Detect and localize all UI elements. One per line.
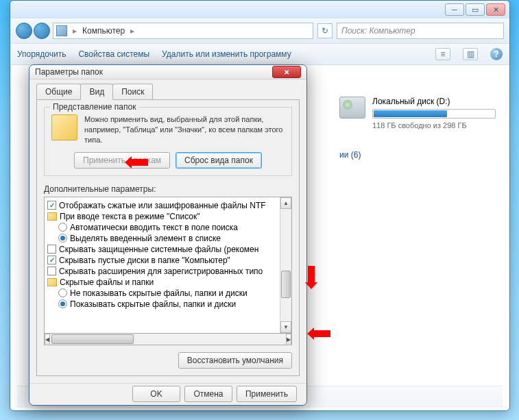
apply-to-folders-button[interactable]: Применить к папкам [74, 152, 170, 169]
hard-drive-icon [339, 97, 365, 119]
group-description: Можно применить вид, выбранный для этой … [84, 114, 285, 145]
refresh-button[interactable]: ↻ [317, 23, 333, 38]
dialog-titlebar: Параметры папок ✕ [29, 65, 306, 79]
tree-label: При вводе текста в режиме "Список" [60, 212, 200, 221]
radio-icon[interactable] [58, 299, 67, 308]
minimize-button[interactable]: ─ [445, 3, 464, 16]
tree-label: Не показывать скрытые файлы, папки и дис… [70, 288, 248, 298]
breadcrumb-item[interactable]: Компьютер [82, 26, 125, 36]
checkbox-icon[interactable] [47, 267, 56, 275]
scroll-down-button[interactable]: ▼ [280, 321, 291, 333]
properties-menu[interactable]: Свойства системы [78, 49, 149, 59]
drive-usage-bar [372, 109, 496, 119]
folder-icon [47, 212, 57, 221]
tree-label: Выделять введенный элемент в списке [70, 234, 221, 243]
checkbox-icon[interactable] [47, 256, 56, 264]
tree-label: Скрывать пустые диски в папке "Компьютер… [59, 256, 230, 265]
scroll-right-button[interactable]: ▶ [286, 334, 291, 345]
vertical-scrollbar[interactable]: ▲ ▼ [280, 197, 291, 333]
maximize-button[interactable]: ▭ [466, 3, 485, 16]
computer-icon [56, 25, 67, 36]
advanced-settings-label: Дополнительные параметры: [44, 184, 292, 194]
tab-panel-view: Представление папок Можно применить вид,… [36, 99, 300, 376]
ok-button[interactable]: OK [132, 386, 180, 402]
folder-options-dialog: Параметры папок ✕ Общие Вид Поиск Предст… [29, 64, 307, 406]
dialog-footer: OK Отмена Применить [29, 383, 306, 405]
folder-icon [51, 114, 77, 140]
reset-folders-button[interactable]: Сброс вида папок [176, 152, 262, 169]
dialog-close-button[interactable]: ✕ [272, 66, 301, 78]
tab-general[interactable]: Общие [36, 84, 81, 99]
back-button[interactable] [16, 23, 32, 39]
search-placeholder: Поиск: Компьютер [341, 26, 415, 36]
scroll-left-button[interactable]: ◀ [45, 334, 50, 345]
tab-view[interactable]: Вид [80, 84, 113, 100]
drive-free-space: 118 ГБ свободно из 298 ГБ [372, 121, 496, 129]
scroll-thumb[interactable] [51, 334, 134, 344]
radio-icon[interactable] [58, 288, 67, 297]
advanced-settings-tree[interactable]: Отображать сжатые или зашифрованные файл… [44, 197, 292, 334]
tab-strip: Общие Вид Поиск [29, 79, 306, 99]
radio-icon[interactable] [58, 234, 67, 243]
restore-defaults-button[interactable]: Восстановить умолчания [178, 352, 292, 369]
nav-bar: ▸ Компьютер ▸ ↻ Поиск: Компьютер [10, 18, 509, 43]
checkbox-icon[interactable] [47, 245, 56, 254]
organize-menu[interactable]: Упорядочить [17, 49, 66, 59]
preview-pane-button[interactable]: ▥ [463, 48, 478, 60]
tree-label: Скрывать защищенные системные файлы (рек… [59, 245, 258, 254]
tree-label: Скрытые файлы и папки [60, 277, 154, 287]
horizontal-scrollbar[interactable]: ◀ ▶ [44, 334, 292, 345]
radio-icon[interactable] [58, 223, 67, 232]
view-options-button[interactable]: ≡ [435, 48, 450, 60]
tab-search[interactable]: Поиск [112, 84, 153, 99]
cancel-button[interactable]: Отмена [184, 386, 232, 402]
folder-icon [47, 278, 57, 286]
address-bar[interactable]: ▸ Компьютер ▸ [53, 23, 313, 39]
group-title: Представление папок [50, 102, 138, 112]
command-bar: Упорядочить Свойства системы Удалить или… [10, 43, 509, 65]
scroll-track[interactable] [280, 209, 291, 321]
apply-button[interactable]: Применить [237, 386, 297, 402]
uninstall-menu[interactable]: Удалить или изменить программу [162, 49, 291, 59]
close-button[interactable]: ✕ [486, 3, 505, 16]
tree-label: Скрывать расширения для зарегистрированн… [59, 267, 263, 276]
forward-button[interactable] [34, 23, 50, 39]
tree-label: Отображать сжатые или зашифрованные файл… [59, 201, 266, 210]
help-button[interactable]: ? [490, 48, 503, 60]
folder-views-group: Представление папок Можно применить вид,… [44, 107, 292, 176]
scroll-up-button[interactable]: ▲ [280, 197, 291, 209]
breadcrumb-separator: ▸ [71, 26, 78, 36]
tree-label: Автоматически вводить текст в поле поиск… [70, 223, 238, 232]
tree-label: Показывать скрытые файлы, папки и диски [70, 299, 236, 309]
dialog-title: Параметры папок [35, 67, 103, 77]
drive-name: Локальный диск (D:) [372, 97, 496, 106]
window-titlebar: ─ ▭ ✕ [10, 1, 509, 18]
checkbox-icon[interactable] [47, 201, 56, 210]
search-field[interactable]: Поиск: Компьютер [337, 23, 504, 39]
breadcrumb-separator: ▸ [129, 26, 136, 36]
scroll-thumb[interactable] [281, 271, 291, 298]
scroll-track[interactable] [50, 334, 286, 345]
